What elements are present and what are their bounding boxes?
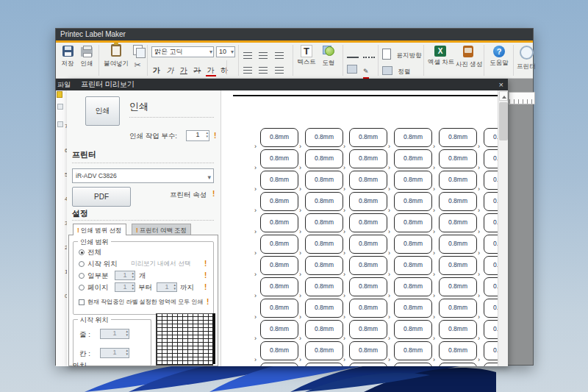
label-cell[interactable]: 0.8mm (394, 149, 432, 168)
radio-all[interactable] (79, 249, 85, 255)
label-cell[interactable]: 0.8mm (260, 128, 298, 147)
page-from-spinner[interactable]: 1 ▴▾ (115, 282, 135, 292)
label-cell[interactable]: 0.8mm (394, 192, 432, 211)
label-cell[interactable]: 0.8mm (305, 213, 343, 232)
align-middle-button[interactable] (259, 67, 268, 74)
fill-color-button[interactable] (347, 63, 357, 76)
strikethrough-button[interactable]: 가 (192, 65, 202, 75)
photo-create-button[interactable]: 사진 생성 (456, 46, 481, 69)
label-cell[interactable]: 0.8mm (439, 128, 477, 147)
label-cell[interactable]: 0.8mm (305, 299, 343, 318)
label-cell[interactable]: 0.8mm (394, 320, 432, 339)
align-objects-button[interactable]: 정렬 (382, 63, 410, 76)
label-cell[interactable]: 0.8mm (260, 320, 298, 339)
label-cell[interactable]: 0.8mm (349, 235, 387, 254)
sidebar-tool-icon[interactable] (57, 121, 63, 127)
spinner-arrows-icon[interactable]: ▴▾ (206, 131, 208, 138)
spinner-arrows-icon[interactable]: ▴▾ (173, 283, 176, 291)
label-cell[interactable]: 0.8mm (349, 213, 387, 232)
label-cell[interactable]: 0.8mm (305, 149, 343, 168)
sheet-thumbnail-scrollbar[interactable] (212, 313, 215, 364)
label-cell[interactable]: 0.8mm (439, 256, 477, 275)
checkbox-print-all-areas[interactable] (79, 299, 85, 305)
label-cell[interactable]: 0.8mm (260, 299, 298, 318)
align-bottom-button[interactable] (275, 67, 284, 74)
spinner-arrows-icon[interactable]: ▴▾ (126, 349, 128, 356)
radio-partial[interactable] (79, 273, 85, 279)
sidebar-tool-icon[interactable] (57, 104, 63, 110)
label-cell[interactable]: 0.8mm (349, 320, 387, 339)
label-cell[interactable]: 0.8mm (394, 171, 432, 190)
label-cell[interactable]: 0.8mm (349, 341, 387, 360)
page-to-spinner[interactable]: 1 ▴▾ (157, 282, 177, 292)
font-color-button[interactable]: 가 (206, 65, 216, 76)
label-cell[interactable]: 0.8mm (349, 171, 387, 190)
char-spacing-button[interactable]: 하 (219, 65, 229, 75)
label-cell[interactable]: 0.8mm (439, 341, 477, 360)
print-big-button[interactable]: 인쇄 (85, 96, 120, 126)
label-cell[interactable]: 0.8mm (260, 149, 298, 168)
print-button[interactable]: 인쇄 (78, 46, 96, 68)
label-cell[interactable]: 0.8mm (394, 363, 432, 366)
spinner-arrows-icon[interactable]: ▴▾ (126, 329, 128, 337)
label-cell[interactable]: 0.8mm (305, 320, 343, 339)
label-cell[interactable]: 0.8mm (349, 256, 387, 275)
radio-start-position[interactable] (79, 261, 85, 267)
save-button[interactable]: 저장 (59, 46, 76, 68)
label-cell[interactable]: 0.8mm (439, 363, 477, 366)
scroll-up-button[interactable] (499, 91, 508, 101)
close-icon[interactable]: × (499, 79, 503, 90)
font-select[interactable]: 맑은 고딕 ▾ (151, 46, 214, 57)
label-cell[interactable]: 0.8mm (260, 256, 298, 275)
label-cell[interactable]: 0.8mm (394, 299, 432, 318)
shape-tool-button[interactable]: 도형 (319, 46, 338, 68)
label-cell[interactable]: 0.8mm (305, 235, 343, 254)
spinner-arrows-icon[interactable]: ▴▾ (132, 283, 134, 291)
dash-style-button[interactable] (363, 50, 375, 63)
printer-preview-button[interactable]: 프린터 미.. (517, 46, 536, 71)
label-cell[interactable]: 0.8mm (439, 149, 477, 168)
label-cell[interactable]: 0.8mm (349, 192, 387, 211)
app-titlebar[interactable]: Printec Label Maker (56, 29, 533, 40)
label-cell[interactable]: 0.8mm (394, 256, 432, 275)
label-cell[interactable]: 0.8mm (394, 128, 432, 147)
cut-button[interactable]: ✂ (131, 60, 144, 70)
label-cell[interactable]: 0.8mm (305, 128, 343, 147)
tab-printer-margin[interactable]: !프린터 여백 조정 (132, 224, 191, 235)
label-cell[interactable]: 0.8mm (394, 277, 432, 296)
scrollbar-thumb[interactable] (499, 102, 508, 140)
label-cell[interactable]: 0.8mm (394, 341, 432, 360)
excel-chart-button[interactable]: X 엑셀 차트 (428, 46, 453, 67)
paper-orientation-button[interactable]: 용지방향 (382, 47, 421, 60)
label-cell[interactable]: 0.8mm (349, 149, 387, 168)
sidebar-tool-icon[interactable] (57, 91, 62, 98)
underline-button[interactable]: 가 (179, 65, 189, 75)
label-cell[interactable]: 0.8mm (349, 299, 387, 318)
printer-properties-link[interactable]: 프린터 속성 (170, 190, 207, 200)
label-cell[interactable]: 0.8mm (260, 171, 298, 190)
italic-button[interactable]: 가 (165, 65, 175, 75)
label-cell[interactable]: 0.8mm (260, 192, 298, 211)
spinner-arrows-icon[interactable]: ▴▾ (132, 271, 134, 279)
dialog-titlebar[interactable]: 프린터 미리보기 × (67, 79, 508, 90)
label-cell[interactable]: 0.8mm (305, 171, 343, 190)
label-cell[interactable]: 0.8mm (439, 299, 477, 318)
line-style-button[interactable] (347, 50, 359, 63)
radio-page[interactable] (79, 285, 85, 291)
copy-button[interactable] (131, 45, 144, 57)
label-cell[interactable]: 0.8mm (305, 341, 343, 360)
label-cell[interactable]: 0.8mm (439, 192, 477, 211)
label-cell[interactable]: 0.8mm (260, 363, 298, 366)
label-cell[interactable]: 0.8mm (260, 213, 298, 232)
label-cell[interactable]: 0.8mm (394, 235, 432, 254)
bold-button[interactable]: 가 (151, 65, 162, 75)
row-spinner[interactable]: 1 ▴▾ (100, 329, 129, 339)
col-spinner[interactable]: 1 ▴▾ (100, 348, 129, 358)
pdf-button[interactable]: PDF (72, 187, 131, 207)
line-color-button[interactable]: ✎ (363, 63, 369, 79)
copies-spinner[interactable]: 1 ▴▾ (186, 130, 209, 141)
preview-scrollbar[interactable] (498, 90, 508, 366)
label-cell[interactable]: 0.8mm (439, 277, 477, 296)
label-cell[interactable]: 0.8mm (260, 341, 298, 360)
label-cell[interactable]: 0.8mm (305, 277, 343, 296)
